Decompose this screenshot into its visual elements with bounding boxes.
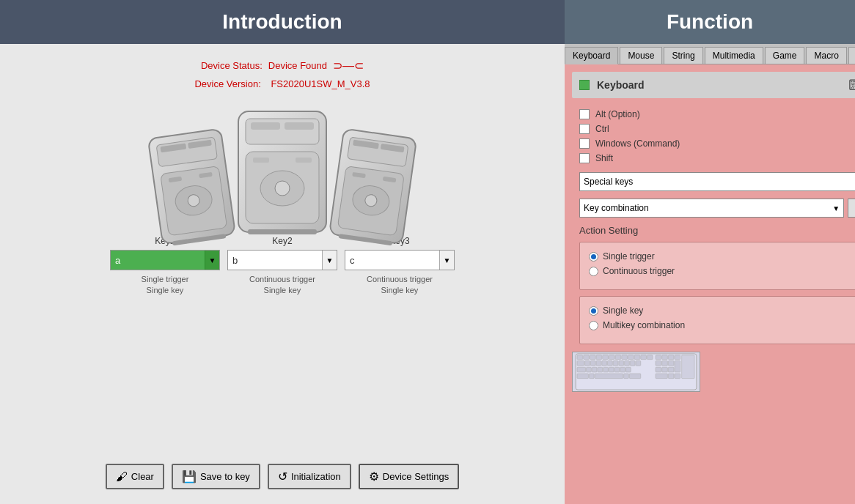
continuous-trigger-radio[interactable] [589, 267, 598, 276]
action-setting-section: Action Setting Single trigger Continuous… [579, 225, 855, 344]
svg-rect-79 [656, 374, 667, 379]
tab-game[interactable]: Game [765, 47, 805, 64]
svg-rect-72 [656, 361, 661, 366]
windows-checkbox[interactable] [579, 138, 590, 149]
svg-rect-81 [675, 374, 680, 379]
single-key-label: Single key [603, 305, 643, 316]
svg-rect-80 [668, 374, 674, 379]
svg-rect-39 [628, 355, 634, 360]
save-to-button[interactable]: 💾 Save to key [172, 464, 260, 489]
key1-dropdown[interactable]: a ▼ [110, 250, 220, 270]
svg-rect-57 [598, 367, 603, 372]
special-keys-select[interactable]: Special keys ▼ [579, 172, 855, 191]
alt-checkbox[interactable] [579, 109, 590, 119]
svg-rect-56 [592, 367, 597, 372]
svg-rect-75 [675, 361, 680, 372]
svg-rect-17 [253, 158, 269, 163]
tab-multimedia[interactable]: Multimedia [705, 47, 763, 64]
svg-rect-33 [590, 355, 595, 360]
settings-icon: ⚙ [369, 470, 379, 483]
key2-group: Key2 b ▼ Continuous trigger Single key [227, 236, 337, 297]
trigger-options-box: Single trigger Continuous trigger [579, 242, 855, 290]
svg-rect-35 [603, 355, 609, 360]
init-icon: ↺ [278, 470, 287, 483]
device-settings-button[interactable]: ⚙ Device Settings [359, 464, 459, 489]
ctrl-checkbox[interactable] [579, 124, 590, 134]
continuous-trigger-label: Continuous trigger [603, 266, 675, 276]
key3-arrow[interactable]: ▼ [439, 251, 454, 270]
key-combination-select[interactable]: Key combination ▼ [579, 199, 844, 218]
keyboard-image-icon: ⌨ [848, 76, 855, 94]
svg-rect-41 [641, 355, 647, 360]
single-key-radio[interactable] [589, 306, 598, 316]
special-keys-row: Special keys ▼ [579, 172, 855, 191]
single-trigger-radio[interactable] [589, 252, 598, 262]
svg-rect-31 [577, 355, 583, 360]
keyboard-thumbnail [572, 352, 855, 394]
key2-dropdown[interactable]: b ▼ [227, 250, 337, 270]
save-icon: 💾 [182, 470, 197, 483]
svg-rect-54 [577, 367, 586, 372]
windows-label: Windows (Command) [595, 138, 680, 149]
key2-info: Continuous trigger Single key [249, 274, 315, 297]
svg-rect-77 [662, 367, 668, 372]
device-status: Device Status: Device Found ⊃—⊂ [201, 59, 364, 73]
multikey-radio[interactable] [589, 321, 598, 330]
svg-rect-59 [609, 367, 614, 372]
key3-info: Continuous trigger Single key [367, 274, 433, 297]
key3-dropdown[interactable]: c ▼ [345, 250, 455, 270]
key-combination-row: Key combination ▼ ... [579, 199, 855, 218]
usb-icon: ⊃—⊂ [333, 59, 364, 73]
svg-rect-60 [614, 367, 620, 372]
svg-rect-46 [596, 361, 601, 366]
shift-checkbox[interactable] [579, 153, 590, 163]
key-combination-arrow: ▼ [832, 204, 840, 212]
tab-keyboard[interactable]: Keyboard [565, 47, 618, 64]
svg-rect-70 [668, 355, 674, 360]
svg-rect-47 [602, 361, 607, 366]
svg-rect-44 [585, 361, 590, 366]
svg-rect-43 [577, 361, 584, 366]
svg-rect-13 [285, 122, 314, 130]
svg-rect-36 [609, 355, 614, 360]
tab-mouse[interactable]: Mouse [620, 47, 662, 64]
ctrl-label: Ctrl [595, 124, 609, 134]
initialization-button[interactable]: ↺ Initialization [268, 464, 351, 489]
dots-button[interactable]: ... [848, 199, 855, 218]
svg-rect-37 [615, 355, 621, 360]
svg-rect-42 [647, 355, 653, 360]
keyboard-panel-title: Keyboard [597, 79, 841, 91]
device-version: Device Version: FS2020U1SW_M_V3.8 [194, 78, 370, 89]
key1-info: Single trigger Single key [142, 274, 189, 297]
svg-rect-78 [668, 367, 674, 372]
key2-label: Key2 [272, 236, 292, 246]
key1-arrow[interactable]: ▼ [205, 251, 219, 270]
svg-rect-61 [620, 367, 625, 372]
svg-rect-76 [656, 367, 661, 372]
svg-rect-34 [596, 355, 602, 360]
svg-rect-49 [613, 361, 618, 366]
svg-rect-66 [624, 374, 629, 379]
svg-point-16 [275, 181, 290, 196]
key-options-box: Single key Multikey combination [579, 296, 855, 344]
key2-arrow[interactable]: ▼ [322, 251, 337, 270]
alt-label: Alt (Option) [595, 109, 640, 119]
svg-rect-40 [634, 355, 640, 360]
clear-button[interactable]: 🖌 Clear [106, 464, 164, 489]
svg-rect-62 [626, 367, 631, 372]
tab-midi[interactable]: MIDI [848, 47, 855, 64]
svg-rect-82 [682, 355, 694, 379]
svg-rect-74 [668, 361, 674, 366]
tab-string[interactable]: String [664, 47, 702, 64]
intro-title: Introduction [222, 10, 342, 34]
svg-rect-38 [622, 355, 628, 360]
svg-rect-68 [656, 355, 661, 360]
tab-macro[interactable]: Macro [806, 47, 846, 64]
clear-icon: 🖌 [116, 470, 128, 483]
svg-rect-32 [584, 355, 590, 360]
multikey-label: Multikey combination [603, 320, 685, 330]
svg-rect-18 [296, 158, 312, 163]
svg-rect-55 [587, 367, 592, 372]
svg-rect-73 [662, 361, 668, 366]
svg-rect-12 [251, 122, 280, 130]
